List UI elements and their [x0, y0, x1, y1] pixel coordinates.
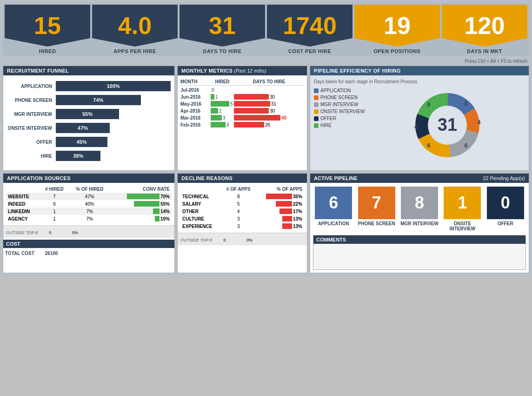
kpi-value: 31 — [209, 13, 236, 38]
dec-num: 4 — [221, 208, 255, 215]
dec-pct-label: 17% — [293, 209, 302, 214]
funnel-bar-value: 74% — [93, 97, 103, 103]
src-conv-cell: 70% — [110, 193, 172, 200]
stage-label: PHONE SCREEN — [358, 221, 395, 226]
hired-bar — [211, 101, 229, 107]
legend-label: HIRE — [320, 123, 332, 128]
funnel-row-label: HIRE — [7, 154, 56, 159]
days-bar — [234, 108, 269, 114]
conv-bar — [155, 216, 160, 221]
funnel-bar: 45% — [56, 137, 107, 147]
sources-row: INDEED 6 40% 55% — [6, 200, 172, 208]
app-sources-header: APPLICATION SOURCES — [3, 174, 174, 183]
legend-dot — [314, 123, 319, 128]
dec-col-num: # OF APPS — [221, 186, 255, 193]
conv-label: 10% — [160, 216, 170, 221]
dec-reason: TECHNICAL — [180, 193, 221, 200]
active-pipeline-panel: ACTIVE PIPELINE 22 Pending App(s) 6 APPL… — [310, 173, 529, 273]
src-name: INDEED — [6, 200, 40, 208]
src-pct-hired: 40% — [69, 200, 110, 208]
sources-outside: OUTSIDE TOP 8 0 0% — [3, 225, 174, 238]
legend-dot — [314, 109, 319, 114]
hired-bars: 4 — [211, 122, 234, 128]
decline-row: CULTURE 3 13% — [180, 215, 304, 222]
dec-bar — [276, 201, 292, 207]
src-conv-cell: 14% — [110, 208, 172, 215]
comments-section: COMMENTS — [313, 235, 526, 270]
funnel-bar-container: 39% — [56, 151, 171, 161]
sources-table: # HIRED % OF HIRED CONV RATE WEBSITE 7 4… — [6, 186, 172, 222]
month-cell: Jul-2016 — [180, 87, 211, 93]
total-cost-label: TOTAL COST — [5, 251, 34, 256]
days-num: 30 — [270, 108, 275, 114]
legend-item: PHONE SCREEN — [314, 95, 365, 100]
src-name: WEBSITE — [6, 193, 40, 200]
col-hired-header: HIRED — [211, 79, 234, 84]
days-bar — [234, 94, 269, 100]
hired-num: 2 — [219, 108, 222, 114]
funnel-row-label: MGR INTERVIEW — [7, 112, 56, 117]
metrics-title: MONTHLY METRICS — [181, 68, 233, 74]
cost-row: TOTAL COST 26100 — [3, 250, 174, 257]
days-bar — [234, 101, 270, 107]
pipeline-legend: APPLICATION PHONE SCREEN MGR INTERVIEW O… — [314, 88, 365, 162]
funnel-panel: RECRUITMENT FUNNEL APPLICATION 100% PHON… — [3, 66, 175, 171]
pipeline-body: Days taken for each stage in Recruitment… — [310, 75, 529, 166]
refresh-hint: Press Ctrl + Alt + F5 to refresh — [3, 59, 529, 64]
outside-hired: 0 — [49, 230, 51, 235]
legend-dot — [314, 88, 319, 93]
funnel-row: APPLICATION 100% — [7, 81, 171, 91]
funnel-row-label: ONSITE INTERVIEW — [7, 126, 56, 131]
dec-col-pct: % OF APPS — [255, 186, 304, 193]
dec-pct-cell: 35% — [255, 193, 304, 200]
hired-bar — [211, 94, 214, 100]
donut-chart: 31 5 4 6 6 4 — [410, 88, 485, 162]
stage-num: 1 — [444, 187, 481, 219]
dec-col-reason — [180, 186, 221, 193]
legend-label: MGR INTERVIEW — [320, 102, 358, 107]
dec-num: 3 — [221, 222, 255, 230]
decline-outside-pct: 0% — [246, 238, 253, 242]
days-num: 31 — [271, 101, 276, 107]
decline-header: DECLINE REASONS — [178, 174, 307, 183]
active-pipeline-title: ACTIVE PIPELINE — [314, 175, 358, 181]
dec-bar — [282, 223, 292, 229]
src-col-source — [6, 186, 40, 193]
metrics-header: MONTHLY METRICS (Past 12 mths) — [178, 66, 307, 75]
src-name: AGENCY — [6, 215, 40, 222]
src-hired: 1 — [40, 208, 69, 215]
month-cell: May-2016 — [180, 101, 211, 107]
legend-dot — [314, 102, 319, 107]
legend-label: APPLICATION — [320, 88, 351, 93]
cost-section: COST TOTAL COST 26100 — [3, 240, 174, 257]
sources-row: AGENCY 1 7% 10% — [6, 215, 172, 222]
svg-text:4: 4 — [477, 119, 480, 126]
metrics-data-row: Feb-2016 4 26 — [180, 122, 304, 128]
stage-label: MGR INTERVIEW — [400, 221, 438, 226]
kpi-badge: 19 — [354, 5, 440, 47]
pipeline-header: PIPELINE EFFICIENCY OF HIRING — [310, 66, 529, 75]
kpi-label: COST PER HIRE — [288, 48, 331, 54]
legend-item: OFFER — [314, 116, 365, 121]
sources-body: # HIRED % OF HIRED CONV RATE WEBSITE 7 4… — [3, 183, 174, 225]
main-grid: RECRUITMENT FUNNEL APPLICATION 100% PHON… — [3, 66, 529, 171]
stage-box: 0 OFFER — [485, 187, 526, 231]
funnel-bar: 100% — [56, 81, 171, 91]
dec-pct-label: 22% — [293, 201, 302, 207]
days-bars — [234, 87, 304, 93]
dec-bar — [282, 216, 292, 221]
conv-bar — [134, 201, 160, 207]
metrics-data-row: Apr-2016 2 30 — [180, 108, 304, 114]
legend-label: OFFER — [320, 116, 336, 121]
funnel-header: RECRUITMENT FUNNEL — [3, 66, 174, 75]
pipeline-panel: PIPELINE EFFICIENCY OF HIRING Days taken… — [310, 66, 529, 171]
legend-item: APPLICATION — [314, 88, 365, 93]
days-num: 26 — [265, 122, 270, 128]
kpi-value: 4.0 — [118, 13, 152, 38]
dec-pct-label: 35% — [293, 194, 302, 199]
src-conv-cell: 10% — [110, 215, 172, 222]
total-cost-value: 26100 — [45, 251, 58, 256]
funnel-row-label: OFFER — [7, 140, 56, 145]
decline-row: SALARY 5 22% — [180, 200, 304, 208]
conv-label: 70% — [160, 194, 170, 199]
